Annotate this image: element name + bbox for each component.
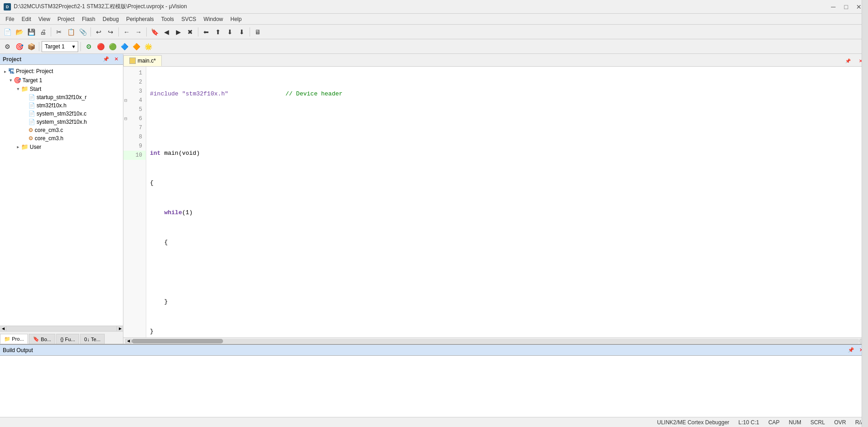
left-tab-functions[interactable]: {} Fu... <box>56 334 79 344</box>
restore-button[interactable]: □ <box>841 3 852 11</box>
file-icon-startup: 📄 <box>28 94 35 100</box>
editor-tab-mainc[interactable]: main.c* <box>123 55 162 66</box>
menu-item-edit[interactable]: Edit <box>18 14 35 24</box>
menu-item-view[interactable]: View <box>35 14 54 24</box>
cut-button[interactable]: ✂ <box>53 26 64 37</box>
build-target-button[interactable]: 🎯 <box>14 41 25 52</box>
back-button[interactable]: ← <box>121 26 132 37</box>
toolbar2: ⚙ 🎯 📦 Target 1 ▾ ⚙ 🔴 🟢 🔷 🔶 🌟 <box>0 39 868 54</box>
redo-button[interactable]: ↪ <box>105 26 116 37</box>
tree-toggle-user[interactable]: ▸ <box>15 144 21 149</box>
left-tab-project[interactable]: 📁 Pro... <box>0 334 28 344</box>
menu-item-file[interactable]: File <box>2 14 18 24</box>
new-file-button[interactable]: 📄 <box>2 26 13 37</box>
collapse-marker-4[interactable]: ⊟ <box>124 98 127 103</box>
left-tab-books[interactable]: 🔖 Bo... <box>29 334 55 344</box>
download-button[interactable]: ⚙ <box>83 41 94 52</box>
tree-item-core3c[interactable]: ⚙ core_cm3.c <box>0 126 123 134</box>
rebuild-button[interactable]: 📦 <box>26 41 37 52</box>
scroll-left-button[interactable]: ◀ <box>0 326 6 331</box>
target-selector[interactable]: Target 1 ▾ <box>42 41 78 52</box>
token-main: main(void) <box>160 150 200 157</box>
paste-button[interactable]: 📎 <box>77 26 88 37</box>
project-close-button[interactable]: ✕ <box>112 55 120 63</box>
pin-tab-button[interactable]: 📌 <box>842 55 853 66</box>
flash-button[interactable]: 🌟 <box>143 41 154 52</box>
save-button[interactable]: 💾 <box>26 26 37 37</box>
tree-toggle-start[interactable]: ▾ <box>15 86 21 91</box>
editor-hscrollbar[interactable] <box>132 339 860 343</box>
toolbar1: 📄 📂 💾 🖨 ✂ 📋 📎 ↩ ↪ ← → 🔖 ◀ ▶ ✖ ⬅ ⬆ ⬇ ⬇ 🖥 <box>0 25 868 39</box>
token-tab6 <box>150 239 164 246</box>
tree-item-startup[interactable]: 📄 startup_stm32f10x_r <box>0 93 123 101</box>
menu-item-peripherals[interactable]: Peripherals <box>122 14 158 24</box>
stop-button[interactable]: 🔴 <box>95 41 106 52</box>
line-num-9: 9 <box>123 142 146 151</box>
tree-label-target1: Target 1 <box>22 77 42 84</box>
project-tree: ▸ 🏗 Project: Project ▾ 🎯 Target 1 ▾ 📁 St… <box>0 65 123 326</box>
build-output-panel: Build Output 📌 ✕ <box>0 344 868 417</box>
tree-toggle-root[interactable]: ▸ <box>2 69 8 74</box>
project-options-button[interactable]: ⚙ <box>2 41 13 52</box>
unindent-button[interactable]: ⬆ <box>213 26 224 37</box>
menu-item-window[interactable]: Window <box>200 14 227 24</box>
minimize-button[interactable]: ─ <box>828 3 839 11</box>
uncomment-button[interactable]: ⬇ <box>236 26 247 37</box>
left-tab-templates[interactable]: 0↓ Te... <box>80 334 104 344</box>
left-panel-scrollbar: ◀ ▶ <box>0 326 123 331</box>
debug-button[interactable]: 🔷 <box>119 41 130 52</box>
build-pin-button[interactable]: 📌 <box>847 346 855 354</box>
functions-tab-icon: {} <box>60 337 64 342</box>
scroll-track[interactable] <box>6 326 117 331</box>
forward-button[interactable]: → <box>133 26 144 37</box>
bookmark-next-button[interactable]: ▶ <box>173 26 184 37</box>
tree-item-start-folder[interactable]: ▾ 📁 Start <box>0 84 123 93</box>
separator7 <box>39 42 39 51</box>
indent-button[interactable]: ⬅ <box>201 26 212 37</box>
project-pin-button[interactable]: 📌 <box>102 55 110 63</box>
tree-item-user-folder[interactable]: ▸ 📁 User <box>0 142 123 151</box>
copy-button[interactable]: 📋 <box>65 26 76 37</box>
tree-item-systemc[interactable]: 📄 system_stm32f10x.c <box>0 110 123 118</box>
tree-label-user: User <box>30 144 41 150</box>
scroll-right-button[interactable]: ▶ <box>117 326 123 331</box>
menu-item-help[interactable]: Help <box>227 14 245 24</box>
menu-item-debug[interactable]: Debug <box>99 14 122 24</box>
debug-alt-button[interactable]: 🔶 <box>131 41 142 52</box>
collapse-marker-6[interactable]: ⊟ <box>124 116 127 121</box>
tree-item-core3h[interactable]: ⚙ core_cm3.h <box>0 134 123 142</box>
tree-label-start: Start <box>30 86 41 92</box>
separator3 <box>118 27 119 37</box>
tree-item-stm32h[interactable]: 📄 stm32f10x.h <box>0 101 123 110</box>
project-panel-controls: 📌 ✕ <box>102 55 120 63</box>
bookmark-prev-button[interactable]: ◀ <box>161 26 172 37</box>
menu-item-svcs[interactable]: SVCS <box>178 14 200 24</box>
line-num-2: 2 <box>123 78 146 87</box>
editor-hscrollbar-thumb[interactable] <box>132 339 223 343</box>
scroll-left-editor-button[interactable]: ◀ <box>125 339 132 343</box>
tree-item-target1[interactable]: ▾ 🎯 Target 1 <box>0 76 123 84</box>
tree-item-systemh[interactable]: 📄 system_stm32f10x.h <box>0 118 123 126</box>
tree-toggle-target1[interactable]: ▾ <box>7 78 14 83</box>
comment-button[interactable]: ⬇ <box>224 26 235 37</box>
build-vscrollbar[interactable] <box>862 0 868 427</box>
separator5 <box>198 27 198 37</box>
file-icon-core3c: ⚙ <box>28 127 33 133</box>
separator1 <box>51 27 51 37</box>
code-editor[interactable]: 1 2 3 ⊟ 4 5 ⊟ 6 7 8 9 10 <box>123 67 868 337</box>
bookmark-clear-button[interactable]: ✖ <box>185 26 196 37</box>
menu-item-project[interactable]: Project <box>54 14 78 24</box>
open-button[interactable]: 📂 <box>14 26 25 37</box>
save-all-button[interactable]: 🖨 <box>37 26 48 37</box>
build-output-title: Build Output <box>3 347 33 353</box>
code-content[interactable]: #include "stm32f10x.h" // Device header … <box>146 67 868 337</box>
cursor-position: L:10 C:1 <box>739 419 759 426</box>
tree-item-project-root[interactable]: ▸ 🏗 Project: Project <box>0 67 123 76</box>
menu-item-tools[interactable]: Tools <box>158 14 178 24</box>
view-button[interactable]: 🖥 <box>252 26 263 37</box>
menu-item-flash[interactable]: Flash <box>78 14 99 24</box>
undo-button[interactable]: ↩ <box>93 26 104 37</box>
run-button[interactable]: 🟢 <box>107 41 118 52</box>
line-num-5: 5 <box>123 105 146 114</box>
bookmark-button[interactable]: 🔖 <box>149 26 160 37</box>
